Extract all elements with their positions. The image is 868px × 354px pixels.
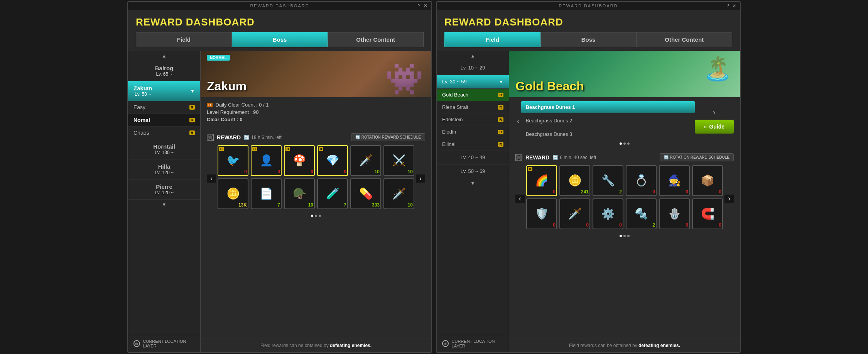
ellinel-badge: R	[498, 142, 504, 147]
field-item-ellinel[interactable]: Ellinel R	[437, 138, 509, 151]
item-count-r11: 0	[686, 222, 688, 228]
tab-other-right[interactable]: Other Content	[636, 32, 732, 47]
reward-item-r1: R 🌈 0	[526, 165, 557, 196]
reward-next-right[interactable]: ›	[724, 195, 734, 203]
daily-badge: D	[207, 103, 213, 107]
rotation-btn-left[interactable]: 🔄 ROTATION REWARD SCHEDULE	[351, 133, 425, 141]
reward-prev-left[interactable]: ‹	[207, 174, 216, 183]
help-icon[interactable]: ?	[418, 3, 421, 8]
boss-item-balrog[interactable]: BalrogLv. 65 ~	[128, 61, 200, 81]
item-icon-r9: ⚙️	[601, 208, 615, 219]
boss-artwork: 👾	[385, 61, 424, 97]
sub-dot-2	[623, 142, 626, 145]
reward-item-r11: 🪬 0	[659, 198, 690, 229]
left-body: ▲ BalrogLv. 65 ~ ZakumLv. 50 ~ ▼ Easy R …	[128, 51, 431, 352]
reward-header-right: ⬡ REWARD 🔄 6 min. 40 sec. left 🔄 ROTATIO…	[515, 153, 734, 161]
reward-item-3: R 🍄 0	[284, 145, 315, 176]
difficulty-nomal[interactable]: Nomal R	[128, 114, 200, 127]
reward-item-r6: 📦 0	[692, 165, 723, 196]
close-icon-right[interactable]: ✕	[732, 3, 737, 8]
sub-location-nav: ‹ Beachgrass Dunes 1 Beachgrass Dunes 2 …	[515, 101, 734, 140]
reward-item-7: 🪙 13K	[218, 178, 248, 209]
difficulty-chaos[interactable]: Chaos R	[128, 127, 200, 139]
current-location-btn-left[interactable]: ⊕ CURRENT LOCATION LAYER	[128, 335, 200, 352]
collapse-down-btn[interactable]: ▼	[128, 200, 200, 210]
field-collapse-down[interactable]: ▼	[437, 178, 509, 188]
boss-item-hilla[interactable]: HillaLv. 120 ~	[128, 159, 200, 180]
sub-loc-2[interactable]: Beachgrass Dunes 2	[521, 115, 695, 127]
left-header: REWARD DASHBOARD Field Boss Other Conten…	[128, 10, 431, 51]
r-badge-1: R	[219, 147, 224, 151]
reward-item-11: 💊 333	[350, 178, 381, 209]
rotation-btn-right[interactable]: 🔄 ROTATION REWARD SCHEDULE	[660, 153, 734, 161]
difficulty-easy[interactable]: Easy R	[128, 101, 200, 114]
dot-1	[311, 215, 313, 217]
item-icon-r11: 🪬	[668, 208, 681, 219]
tab-boss-right[interactable]: Boss	[540, 32, 637, 47]
gold-beach-badge: R	[498, 93, 504, 97]
item-count-9: 10	[308, 202, 313, 208]
item-count-7: 13K	[238, 202, 247, 208]
sub-loc-3[interactable]: Beachgrass Dunes 3	[521, 128, 695, 140]
tab-field-left[interactable]: Field	[136, 32, 232, 47]
reward-icon-right: ⬡	[515, 154, 522, 161]
level-group-30-59[interactable]: Lv. 30 ~ 59 ▼	[437, 75, 509, 89]
daily-clear-row: D Daily Clear Count : 0 / 1	[207, 102, 269, 108]
sub-nav-next[interactable]: ›	[711, 108, 717, 117]
reward-item-r5: 🧙 0	[659, 165, 690, 196]
timer-icon-right: 🔄	[552, 155, 558, 160]
sub-location-panel: ‹ Beachgrass Dunes 1 Beachgrass Dunes 2 …	[509, 97, 740, 149]
item-count-1: 0	[244, 169, 247, 174]
reward-title-left: REWARD	[217, 134, 241, 141]
boss-item-horntail[interactable]: HorntailLv. 130 ~	[128, 139, 200, 159]
reward-item-r12: 🧲 0	[692, 198, 723, 229]
tab-boss-left[interactable]: Boss	[232, 32, 328, 47]
location-icon-left: ⊕	[133, 340, 140, 347]
r-badge-r1: R	[528, 167, 532, 171]
level-group-50-69[interactable]: Lv. 50 ~ 69	[437, 164, 509, 178]
reward-title-right: REWARD	[525, 154, 549, 161]
item-icon-11: 💊	[359, 188, 373, 199]
boss-item-zakum[interactable]: ZakumLv. 50 ~ ▼	[128, 81, 200, 101]
riena-badge: R	[498, 105, 504, 110]
field-collapse-up[interactable]: ▲	[437, 51, 509, 61]
reward-next-left[interactable]: ›	[416, 174, 425, 183]
item-icon-4: 💎	[326, 155, 339, 166]
right-content-panel: Gold Beach 🏝️ ‹ Beachgrass Dunes 1 Beach…	[509, 51, 740, 352]
item-icon-6: ⚔️	[392, 155, 406, 166]
close-icon[interactable]: ✕	[424, 3, 428, 8]
item-count-r3: 2	[619, 189, 622, 195]
level-group-10-29[interactable]: Lv. 10 ~ 29	[437, 61, 509, 75]
boss-item-pierre[interactable]: PierreLv. 120 ~	[128, 180, 200, 200]
field-item-elodin[interactable]: Elodin R	[437, 126, 509, 138]
sub-dot-1	[620, 142, 622, 145]
reward-row1-left: R 🐦 0 R 👤 0 R	[218, 145, 414, 176]
item-count-r12: 0	[719, 222, 721, 228]
item-icon-9: 🪖	[293, 188, 306, 199]
field-item-gold-beach[interactable]: Gold Beach R	[437, 89, 509, 101]
level-group-40-49[interactable]: Lv. 40 ~ 49	[437, 151, 509, 164]
current-location-btn-right[interactable]: ⊕ CURRENT LOCATION LAYER	[437, 335, 509, 352]
item-icon-10: 🧪	[326, 188, 339, 199]
reward-item-8: 📄 7	[251, 178, 282, 209]
item-count-r7: 0	[553, 222, 556, 228]
location-icon-right: ⊕	[442, 340, 449, 347]
sub-loc-1[interactable]: Beachgrass Dunes 1	[521, 101, 695, 113]
reward-prev-right[interactable]: ‹	[515, 195, 525, 203]
field-item-edelstein[interactable]: Edelstein R	[437, 113, 509, 126]
reward-dot-2	[623, 235, 626, 237]
reward-item-12: 🗡️ 10	[383, 178, 414, 209]
collapse-up-btn[interactable]: ▲	[128, 51, 200, 61]
tab-field-right[interactable]: Field	[444, 32, 540, 47]
guide-button-right[interactable]: » Guide	[695, 120, 734, 134]
field-item-riena[interactable]: Riena Strait R	[437, 101, 509, 113]
level-req-row: Level Requirement : 90	[207, 109, 269, 115]
reward-section-left: ⬡ REWARD 🔄 18 h 6 min. left 🔄 ROTATION R…	[201, 129, 431, 339]
tab-other-left[interactable]: Other Content	[328, 32, 424, 47]
sub-nav-prev[interactable]: ‹	[515, 116, 521, 125]
item-count-11: 333	[372, 202, 380, 208]
reward-row2-left: 🪙 13K 📄 7 🪖 10	[218, 178, 414, 209]
right-header: REWARD DASHBOARD Field Boss Other Conten…	[437, 10, 740, 51]
help-icon-right[interactable]: ?	[726, 3, 730, 8]
reward-header-left: ⬡ REWARD 🔄 18 h 6 min. left 🔄 ROTATION R…	[207, 133, 425, 141]
